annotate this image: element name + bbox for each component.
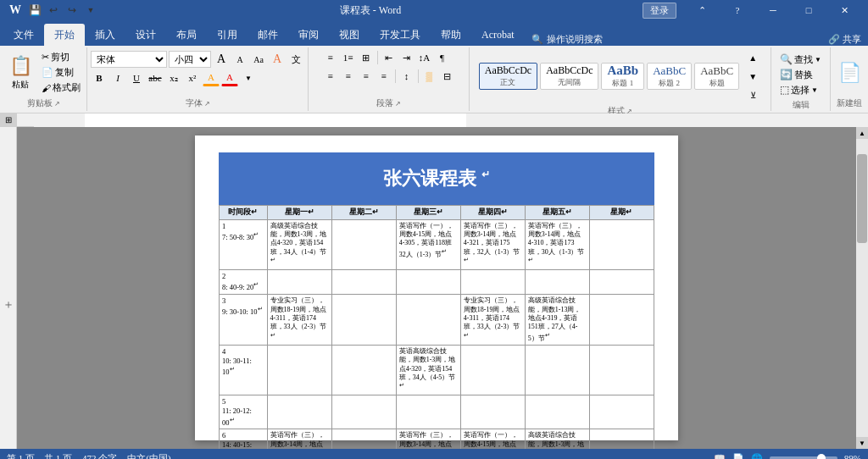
subscript-button[interactable]: x₂ [165,69,182,86]
schedule-cell[interactable] [525,345,589,395]
justify-button[interactable]: ≡ [376,68,392,85]
ruler-corner[interactable]: ⊞ [0,113,17,127]
schedule-cell[interactable] [525,395,589,429]
tab-acrobat[interactable]: Acrobat [471,24,525,46]
tab-help[interactable]: 帮助 [431,24,471,46]
schedule-cell[interactable] [460,270,525,295]
tab-developer[interactable]: 开发工具 [370,24,431,46]
ribbon-minimize-icon[interactable]: ⌃ [685,0,719,20]
schedule-cell[interactable]: 英语写作（三），周数3-14周，地点4-325，英语176班，29人（6-8）节… [396,429,460,449]
increase-font-button[interactable]: A [213,51,230,68]
show-marks-button[interactable]: ¶ [434,49,451,66]
login-button[interactable]: 登录 [643,3,676,19]
time-cell[interactable]: 28: 40-9: 20↵ [220,270,268,295]
line-spacing-button[interactable]: ↕ [398,68,415,85]
style-nospacing-button[interactable]: AaBbCcDc 无间隔 [540,63,598,90]
tab-review[interactable]: 审阅 [288,24,329,46]
schedule-cell[interactable] [589,395,654,429]
scrollbar-up-button[interactable]: ▲ [856,127,868,139]
close-button[interactable]: ✕ [827,0,861,20]
multipage-icon[interactable]: 📄 [838,62,861,84]
time-cell[interactable]: 614: 40-15: 20↵ [220,429,268,449]
borders-button[interactable]: ⊟ [439,68,456,85]
schedule-cell[interactable] [331,270,396,295]
schedule-cell[interactable]: 英语写作（三），周数3-14周，地点4-321，英语175班，32人（1-3）节… [460,219,525,270]
redo-icon[interactable]: ↪ [64,3,80,18]
time-cell[interactable]: 511: 20-12: 00↵ [220,395,268,429]
schedule-cell[interactable] [396,270,460,295]
increase-indent-button[interactable]: ⇥ [398,49,415,66]
scrollbar-track[interactable] [856,139,868,437]
strikethrough-button[interactable]: abc [147,69,164,86]
sort-button[interactable]: ↕A [416,49,433,66]
minimize-button[interactable]: ─ [756,0,790,20]
schedule-cell[interactable] [589,270,654,295]
time-cell[interactable]: 17: 50-8: 30↵ [220,219,268,270]
schedule-cell[interactable]: 英语写作（一），周数4-15周，地点4-306，英语184班，39人（6-8）节… [460,429,525,449]
scrollbar-down-button[interactable]: ▼ [856,437,868,449]
scrollbar-thumb[interactable] [857,154,867,244]
schedule-cell[interactable] [267,395,331,429]
bold-button[interactable]: B [91,69,108,86]
shading-button[interactable]: ▒ [421,68,438,85]
time-cell[interactable]: 410: 30-11: 10↵ [220,345,268,395]
add-row-icon[interactable]: ＋ [3,297,14,312]
schedule-cell[interactable] [589,429,654,449]
schedule-cell[interactable] [331,345,396,395]
paragraph-expand-icon[interactable]: ↗ [395,100,401,108]
schedule-cell[interactable] [267,345,331,395]
select-button[interactable]: ⬚ 选择 ▼ [777,83,821,97]
time-cell[interactable]: 39: 30-10: 10↵ [220,295,268,346]
search-label[interactable]: 操作说明搜索 [547,33,603,46]
tab-insert[interactable]: 插入 [85,24,125,46]
schedule-cell[interactable] [267,270,331,295]
bullets-button[interactable]: ≡ [322,49,339,66]
change-case-button[interactable]: Aa [250,51,267,68]
highlight-button[interactable]: A [203,69,220,86]
tab-mailings[interactable]: 邮件 [248,24,288,46]
read-mode-icon[interactable]: 📖 [714,453,726,460]
tab-layout[interactable]: 布局 [166,24,207,46]
schedule-cell[interactable] [589,295,654,346]
schedule-cell[interactable] [331,295,396,346]
font-effects-button[interactable]: 文 [287,51,304,68]
style-heading2-button[interactable]: AaBbC 标题 2 [647,63,692,90]
save-icon[interactable]: 💾 [27,3,42,18]
multilevel-list-button[interactable]: ⊞ [358,49,375,66]
copy-button[interactable]: 📄复制 [39,65,83,80]
decrease-indent-button[interactable]: ⇤ [381,49,398,66]
font-size-select[interactable]: 小四 [169,51,211,68]
superscript-button[interactable]: x² [184,69,201,86]
tab-view[interactable]: 视图 [329,24,370,46]
schedule-cell[interactable] [589,345,654,395]
schedule-cell[interactable]: 英语写作（三），周数3-14周，地点4-310，英语173班，30人（1-3）节… [525,219,589,270]
schedule-cell[interactable] [331,395,396,429]
schedule-cell[interactable]: 高级英语综合技能，周数1-3周，地点4-320，英语154班，34人（1-4）节… [267,219,331,270]
zoom-level[interactable]: 89% [844,453,861,459]
find-button[interactable]: 🔍 查找 ▼ [777,53,824,67]
maximize-button[interactable]: □ [792,0,826,20]
tab-design[interactable]: 设计 [125,24,166,46]
align-left-button[interactable]: ≡ [322,68,339,85]
undo-icon[interactable]: ↩ [46,3,61,18]
font-color-button[interactable]: A [221,69,238,86]
styles-scroll-up-button[interactable]: ▲ [744,49,761,66]
schedule-cell[interactable] [589,219,654,270]
style-heading-button[interactable]: AaBbC 标题 [694,63,739,90]
cut-button[interactable]: ✂剪切 [39,50,83,64]
schedule-cell[interactable] [396,295,460,346]
schedule-cell[interactable]: 英语写作（一），周数4-15周，地点4-305，英语118班32人（1-3）节↵ [396,219,460,270]
web-layout-icon[interactable]: 🌐 [751,453,763,460]
schedule-cell[interactable]: 高级英语综合技能，周数1-3周，地点4-318，英语152班，33人（6-7）节… [525,429,589,449]
schedule-cell[interactable] [460,345,525,395]
font-color-arrow[interactable]: ▼ [240,69,257,86]
style-heading1-button[interactable]: AaBb 标题 1 [601,63,644,90]
underline-button[interactable]: U [128,69,145,86]
schedule-cell[interactable]: 高级英语综合技能，周数1-13周，地点4-319，英语151班，27人（4-5）… [525,295,589,346]
schedule-cell[interactable]: 专业实习（三），周数18-19周，地点4-311，英语174班，33人（2-3）… [460,295,525,346]
schedule-cell[interactable] [331,219,396,270]
schedule-cell[interactable] [396,395,460,429]
numbering-button[interactable]: 1≡ [340,49,357,66]
align-center-button[interactable]: ≡ [340,68,357,85]
schedule-cell[interactable]: 英语高级综合技能，周数1-3周，地点4-320，英语154班，34人（4-5）节… [396,345,460,395]
